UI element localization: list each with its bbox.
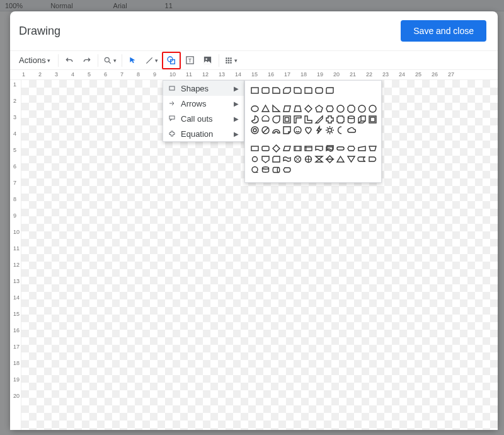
shape-altprocess[interactable] (261, 144, 270, 153)
svg-rect-19 (169, 116, 175, 119)
shape-document[interactable] (314, 144, 324, 153)
ruler-h-tick: 20 (333, 71, 349, 78)
submenu-arrow-icon: ▶ (234, 115, 239, 122)
shape-hexagon[interactable] (325, 104, 335, 113)
ruler-v-tick: 7 (10, 180, 21, 196)
shape-merge[interactable] (346, 154, 356, 164)
shape-delay[interactable] (368, 154, 377, 164)
shape-category-equation[interactable]: Equation▶ (163, 126, 244, 141)
shape-octagon[interactable] (346, 104, 356, 113)
shape-process[interactable] (250, 144, 260, 153)
shape-multidoc[interactable] (325, 144, 335, 153)
shape-directaccess[interactable] (272, 165, 281, 175)
shape-parallelogram[interactable] (282, 104, 292, 113)
shape-storeddata[interactable] (357, 154, 367, 164)
shape-ellipse[interactable] (250, 104, 260, 113)
shape-seqaccess[interactable] (250, 165, 260, 175)
undo-button[interactable] (61, 53, 77, 68)
drawing-canvas[interactable]: Shapes▶Arrows▶Call outs▶Equation▶ (21, 80, 498, 430)
shape-prep[interactable] (346, 144, 356, 153)
shape-dodecagon[interactable] (368, 104, 377, 113)
horizontal-ruler: 1234567891011121314151617181920212223242… (10, 70, 498, 80)
submenu-arrow-icon: ▶ (234, 85, 239, 92)
shape-rtriangle[interactable] (272, 104, 281, 113)
shape-punchtape[interactable] (282, 154, 292, 164)
ruler-v-tick: 8 (10, 196, 21, 212)
shape-connector[interactable] (250, 154, 260, 164)
shape-cloud[interactable] (346, 125, 356, 135)
shape-teardrop[interactable] (272, 115, 281, 124)
shape-collate[interactable] (314, 154, 324, 164)
shape-lshape[interactable] (304, 115, 313, 124)
ruler-v-tick: 14 (10, 294, 21, 311)
shape-chord[interactable] (261, 115, 270, 124)
shape-bevel[interactable] (368, 115, 377, 124)
shape-manualop[interactable] (368, 144, 377, 153)
shape-halfframe[interactable] (293, 115, 302, 124)
shape-cross[interactable] (325, 115, 335, 124)
save-and-close-button[interactable]: Save and close (401, 20, 486, 42)
shape-round1[interactable] (304, 86, 313, 95)
shape-snip1[interactable] (272, 86, 281, 95)
shape-cube[interactable] (357, 115, 367, 124)
line-tool-button[interactable] (142, 53, 161, 68)
shape-blockarc[interactable] (272, 125, 281, 135)
shape-pie[interactable] (250, 115, 260, 124)
shape-plaque[interactable] (336, 115, 345, 124)
shape-tool-button[interactable] (163, 53, 180, 68)
shape-internal[interactable] (304, 144, 313, 153)
shape-can[interactable] (346, 115, 356, 124)
shape-predefined[interactable] (293, 144, 302, 153)
submenu-arrow-icon: ▶ (234, 100, 239, 107)
shape-or[interactable] (304, 154, 313, 164)
shape-data[interactable] (282, 144, 292, 153)
shape-category-call-outs[interactable]: Call outs▶ (163, 111, 244, 126)
shape-triangle[interactable] (261, 104, 270, 113)
shape-frame[interactable] (282, 115, 292, 124)
shape-diamond[interactable] (304, 104, 313, 113)
more-tool-button[interactable] (222, 53, 240, 68)
shape-manualinput[interactable] (357, 144, 367, 153)
shape-lightning[interactable] (314, 125, 324, 135)
shape-display[interactable] (282, 165, 292, 175)
shape-pentagon[interactable] (314, 104, 324, 113)
shape-moon[interactable] (336, 125, 345, 135)
shape-smiley[interactable] (293, 125, 302, 135)
shape-foldcorner[interactable] (282, 125, 292, 135)
zoom-button[interactable] (101, 53, 119, 68)
shape-noentry[interactable] (261, 125, 270, 135)
shape-card[interactable] (272, 154, 281, 164)
shape-decagon[interactable] (357, 104, 367, 113)
shape-heptagon[interactable] (336, 104, 345, 113)
image-tool-button[interactable] (200, 53, 216, 68)
shape-heart[interactable] (304, 125, 313, 135)
ruler-h-tick: 18 (300, 71, 316, 78)
shape-diagstripe[interactable] (314, 115, 324, 124)
ruler-h-tick: 9 (152, 71, 169, 78)
shape-extract[interactable] (336, 154, 345, 164)
shape-category-shapes[interactable]: Shapes▶ (163, 81, 244, 96)
shape-rounddiag[interactable] (325, 86, 335, 95)
shape-magdisk[interactable] (261, 165, 270, 175)
textbox-tool-button[interactable]: T (182, 53, 198, 68)
select-tool-button[interactable] (125, 53, 141, 68)
redo-button[interactable] (79, 53, 95, 68)
shape-rect[interactable] (250, 86, 260, 95)
shape-terminator[interactable] (336, 144, 345, 153)
ruler-v-tick: 5 (10, 147, 21, 163)
shape-category-arrows[interactable]: Arrows▶ (163, 96, 244, 111)
shape-trapezoid[interactable] (293, 104, 302, 113)
shape-offpage[interactable] (261, 154, 270, 164)
ruler-v-tick: 11 (10, 245, 21, 262)
shape-snipround[interactable] (293, 86, 302, 95)
shape-round-rect[interactable] (261, 86, 270, 95)
shape-sun[interactable] (325, 125, 335, 135)
actions-menu-button[interactable]: Actions (14, 53, 55, 68)
shape-snip2[interactable] (282, 86, 292, 95)
shape-round2[interactable] (314, 86, 324, 95)
shape-summing[interactable] (293, 154, 302, 164)
shape-decision[interactable] (272, 144, 281, 153)
shape-sort[interactable] (325, 154, 335, 164)
ruler-h-tick: 26 (431, 71, 447, 78)
shape-donut[interactable] (250, 125, 260, 135)
